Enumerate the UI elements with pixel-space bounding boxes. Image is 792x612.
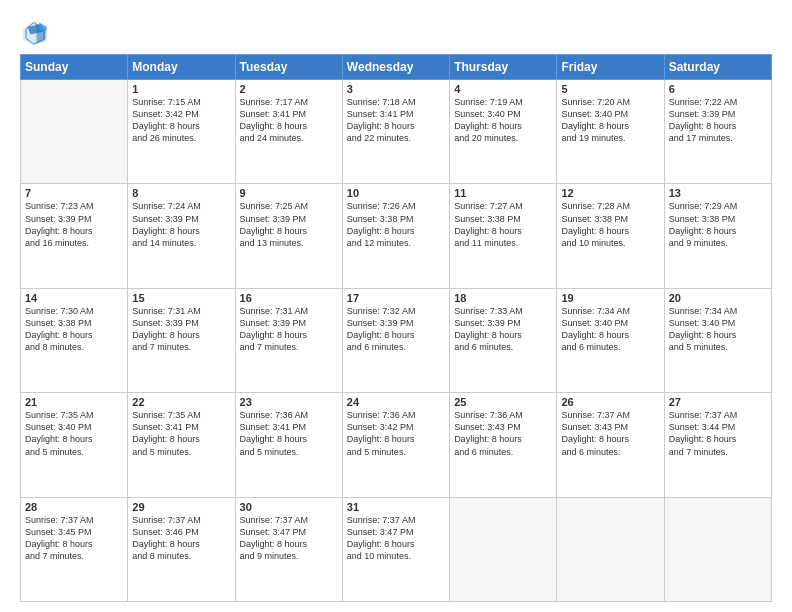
day-cell: 31Sunrise: 7:37 AMSunset: 3:47 PMDayligh… [342,497,449,601]
page: SundayMondayTuesdayWednesdayThursdayFrid… [0,0,792,612]
day-cell: 3Sunrise: 7:18 AMSunset: 3:41 PMDaylight… [342,80,449,184]
day-cell: 5Sunrise: 7:20 AMSunset: 3:40 PMDaylight… [557,80,664,184]
day-cell: 28Sunrise: 7:37 AMSunset: 3:45 PMDayligh… [21,497,128,601]
day-cell [21,80,128,184]
day-cell: 13Sunrise: 7:29 AMSunset: 3:38 PMDayligh… [664,184,771,288]
week-row-1: 1Sunrise: 7:15 AMSunset: 3:42 PMDaylight… [21,80,772,184]
day-info: Sunrise: 7:32 AMSunset: 3:39 PMDaylight:… [347,305,445,354]
day-cell: 19Sunrise: 7:34 AMSunset: 3:40 PMDayligh… [557,288,664,392]
day-number: 7 [25,187,123,199]
logo-icon [20,18,50,48]
day-cell: 10Sunrise: 7:26 AMSunset: 3:38 PMDayligh… [342,184,449,288]
day-info: Sunrise: 7:25 AMSunset: 3:39 PMDaylight:… [240,200,338,249]
day-number: 8 [132,187,230,199]
day-cell: 22Sunrise: 7:35 AMSunset: 3:41 PMDayligh… [128,393,235,497]
day-info: Sunrise: 7:18 AMSunset: 3:41 PMDaylight:… [347,96,445,145]
day-number: 10 [347,187,445,199]
day-info: Sunrise: 7:23 AMSunset: 3:39 PMDaylight:… [25,200,123,249]
day-number: 6 [669,83,767,95]
day-number: 25 [454,396,552,408]
day-info: Sunrise: 7:37 AMSunset: 3:43 PMDaylight:… [561,409,659,458]
day-info: Sunrise: 7:35 AMSunset: 3:40 PMDaylight:… [25,409,123,458]
day-number: 27 [669,396,767,408]
day-info: Sunrise: 7:37 AMSunset: 3:47 PMDaylight:… [347,514,445,563]
day-info: Sunrise: 7:30 AMSunset: 3:38 PMDaylight:… [25,305,123,354]
day-number: 19 [561,292,659,304]
day-number: 26 [561,396,659,408]
day-cell: 4Sunrise: 7:19 AMSunset: 3:40 PMDaylight… [450,80,557,184]
day-cell: 26Sunrise: 7:37 AMSunset: 3:43 PMDayligh… [557,393,664,497]
day-number: 13 [669,187,767,199]
day-number: 1 [132,83,230,95]
logo [20,18,54,48]
col-header-monday: Monday [128,55,235,80]
day-number: 11 [454,187,552,199]
day-info: Sunrise: 7:28 AMSunset: 3:38 PMDaylight:… [561,200,659,249]
day-info: Sunrise: 7:31 AMSunset: 3:39 PMDaylight:… [132,305,230,354]
col-header-thursday: Thursday [450,55,557,80]
week-row-3: 14Sunrise: 7:30 AMSunset: 3:38 PMDayligh… [21,288,772,392]
day-info: Sunrise: 7:36 AMSunset: 3:42 PMDaylight:… [347,409,445,458]
day-number: 12 [561,187,659,199]
header [20,18,772,48]
day-cell: 24Sunrise: 7:36 AMSunset: 3:42 PMDayligh… [342,393,449,497]
day-info: Sunrise: 7:33 AMSunset: 3:39 PMDaylight:… [454,305,552,354]
day-cell: 30Sunrise: 7:37 AMSunset: 3:47 PMDayligh… [235,497,342,601]
col-header-sunday: Sunday [21,55,128,80]
day-info: Sunrise: 7:29 AMSunset: 3:38 PMDaylight:… [669,200,767,249]
day-number: 22 [132,396,230,408]
day-info: Sunrise: 7:34 AMSunset: 3:40 PMDaylight:… [561,305,659,354]
day-info: Sunrise: 7:17 AMSunset: 3:41 PMDaylight:… [240,96,338,145]
day-number: 29 [132,501,230,513]
day-info: Sunrise: 7:15 AMSunset: 3:42 PMDaylight:… [132,96,230,145]
day-info: Sunrise: 7:31 AMSunset: 3:39 PMDaylight:… [240,305,338,354]
day-cell [450,497,557,601]
day-info: Sunrise: 7:36 AMSunset: 3:41 PMDaylight:… [240,409,338,458]
col-header-tuesday: Tuesday [235,55,342,80]
day-info: Sunrise: 7:34 AMSunset: 3:40 PMDaylight:… [669,305,767,354]
day-cell [557,497,664,601]
day-info: Sunrise: 7:37 AMSunset: 3:47 PMDaylight:… [240,514,338,563]
day-number: 31 [347,501,445,513]
day-number: 15 [132,292,230,304]
day-cell: 20Sunrise: 7:34 AMSunset: 3:40 PMDayligh… [664,288,771,392]
day-info: Sunrise: 7:26 AMSunset: 3:38 PMDaylight:… [347,200,445,249]
day-info: Sunrise: 7:37 AMSunset: 3:46 PMDaylight:… [132,514,230,563]
day-cell: 17Sunrise: 7:32 AMSunset: 3:39 PMDayligh… [342,288,449,392]
day-info: Sunrise: 7:36 AMSunset: 3:43 PMDaylight:… [454,409,552,458]
day-cell: 23Sunrise: 7:36 AMSunset: 3:41 PMDayligh… [235,393,342,497]
day-number: 16 [240,292,338,304]
day-number: 14 [25,292,123,304]
day-number: 4 [454,83,552,95]
day-cell: 21Sunrise: 7:35 AMSunset: 3:40 PMDayligh… [21,393,128,497]
day-number: 20 [669,292,767,304]
day-info: Sunrise: 7:35 AMSunset: 3:41 PMDaylight:… [132,409,230,458]
day-number: 9 [240,187,338,199]
col-header-friday: Friday [557,55,664,80]
day-info: Sunrise: 7:20 AMSunset: 3:40 PMDaylight:… [561,96,659,145]
col-header-saturday: Saturday [664,55,771,80]
week-row-4: 21Sunrise: 7:35 AMSunset: 3:40 PMDayligh… [21,393,772,497]
day-info: Sunrise: 7:27 AMSunset: 3:38 PMDaylight:… [454,200,552,249]
day-cell: 14Sunrise: 7:30 AMSunset: 3:38 PMDayligh… [21,288,128,392]
week-row-5: 28Sunrise: 7:37 AMSunset: 3:45 PMDayligh… [21,497,772,601]
day-number: 5 [561,83,659,95]
day-cell: 1Sunrise: 7:15 AMSunset: 3:42 PMDaylight… [128,80,235,184]
day-cell: 7Sunrise: 7:23 AMSunset: 3:39 PMDaylight… [21,184,128,288]
day-cell: 11Sunrise: 7:27 AMSunset: 3:38 PMDayligh… [450,184,557,288]
col-header-wednesday: Wednesday [342,55,449,80]
day-cell: 29Sunrise: 7:37 AMSunset: 3:46 PMDayligh… [128,497,235,601]
day-number: 30 [240,501,338,513]
header-row: SundayMondayTuesdayWednesdayThursdayFrid… [21,55,772,80]
day-number: 17 [347,292,445,304]
day-cell: 2Sunrise: 7:17 AMSunset: 3:41 PMDaylight… [235,80,342,184]
day-cell: 25Sunrise: 7:36 AMSunset: 3:43 PMDayligh… [450,393,557,497]
day-number: 18 [454,292,552,304]
day-number: 23 [240,396,338,408]
day-info: Sunrise: 7:24 AMSunset: 3:39 PMDaylight:… [132,200,230,249]
calendar-table: SundayMondayTuesdayWednesdayThursdayFrid… [20,54,772,602]
day-cell: 18Sunrise: 7:33 AMSunset: 3:39 PMDayligh… [450,288,557,392]
day-cell: 12Sunrise: 7:28 AMSunset: 3:38 PMDayligh… [557,184,664,288]
day-number: 24 [347,396,445,408]
day-number: 3 [347,83,445,95]
